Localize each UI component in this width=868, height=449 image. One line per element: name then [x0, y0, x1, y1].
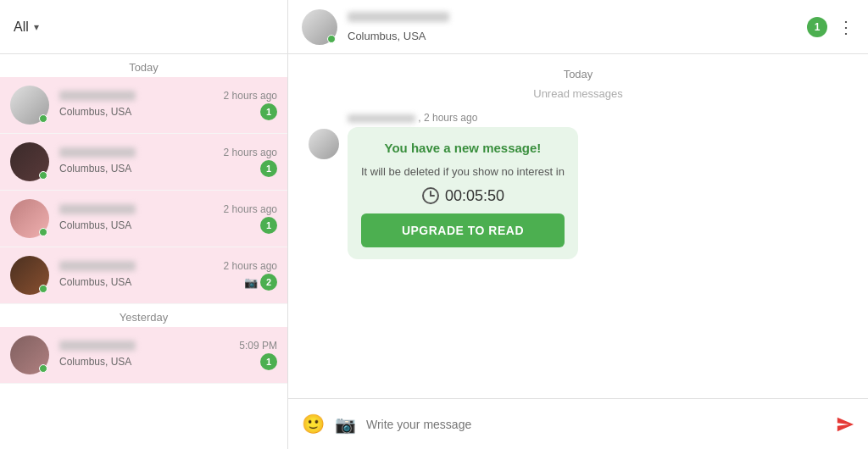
chat-header-location: Columbus, USA	[348, 30, 807, 42]
clock-icon	[421, 186, 440, 205]
unread-badge: 1	[260, 353, 277, 370]
conv-location: Columbus, USA	[59, 163, 131, 175]
section-today: Today	[0, 54, 287, 77]
conv-sub-row: Columbus, USA 1	[59, 160, 277, 177]
upgrade-to-read-button[interactable]: UPGRADE TO READ	[361, 213, 565, 247]
message-row: , 2 hours ago You have a new message! It…	[309, 112, 848, 259]
conv-time: 2 hours ago	[224, 147, 277, 158]
conv-time: 5:09 PM	[239, 340, 277, 352]
header-unread-badge: 1	[807, 17, 827, 37]
camera-input-icon[interactable]: 📷	[335, 414, 356, 435]
conv-name-row: 2 hours ago	[59, 147, 277, 158]
filter-dropdown-arrow[interactable]: ▾	[34, 21, 39, 33]
timer-value: 00:05:50	[445, 187, 504, 205]
avatar-wrap	[10, 142, 49, 181]
conv-name-blurred	[59, 261, 136, 271]
conv-sub-row: Columbus, USA 📷 2	[59, 274, 277, 291]
message-input[interactable]	[366, 418, 826, 431]
chat-input-area: 🙂 📷	[288, 398, 868, 449]
conv-location: Columbus, USA	[59, 106, 131, 118]
conv-name-blurred	[59, 341, 136, 351]
date-separator: Today	[309, 68, 848, 80]
conv-sub-row: Columbus, USA 1	[59, 103, 277, 120]
conv-location: Columbus, USA	[59, 276, 131, 288]
conv-time: 2 hours ago	[224, 90, 277, 102]
chat-header-avatar-wrap	[302, 9, 337, 45]
avatar-wrap	[10, 86, 49, 125]
bubble-title: You have a new message!	[361, 139, 565, 157]
conv-time: 2 hours ago	[224, 203, 277, 215]
unread-badge: 2	[260, 274, 277, 291]
online-indicator	[39, 114, 47, 123]
chat-header: Columbus, USA 1 ⋮	[288, 0, 868, 54]
chat-header-online-indicator	[327, 35, 336, 43]
section-yesterday: Yesterday	[0, 304, 287, 327]
message-sender-time: , 2 hours ago	[418, 112, 477, 124]
chat-header-name-blurred	[348, 12, 449, 22]
online-indicator	[39, 364, 47, 373]
conversation-info: 2 hours ago Columbus, USA 1	[59, 147, 277, 177]
conversation-info: 2 hours ago Columbus, USA 1	[59, 203, 277, 234]
send-button[interactable]	[836, 415, 854, 434]
conversation-info: 5:09 PM Columbus, USA 1	[59, 340, 277, 370]
conversation-item[interactable]: 5:09 PM Columbus, USA 1	[0, 327, 287, 384]
camera-icon: 📷	[244, 276, 258, 289]
conversation-item[interactable]: 2 hours ago Columbus, USA 1	[0, 77, 287, 134]
unread-separator: Unread messages	[309, 87, 848, 100]
emoji-icon[interactable]: 🙂	[302, 413, 325, 435]
conv-location: Columbus, USA	[59, 219, 131, 231]
message-sender-line: , 2 hours ago	[348, 112, 578, 124]
conv-sub-row: Columbus, USA 1	[59, 217, 277, 234]
unread-badge: 1	[260, 160, 277, 177]
conv-time: 2 hours ago	[224, 260, 277, 272]
online-indicator	[39, 171, 47, 180]
left-panel: All ▾ Today 2 hours ago Columbus, USA 1	[0, 0, 288, 449]
online-indicator	[39, 285, 47, 293]
conversation-info: 2 hours ago Columbus, USA 1	[59, 90, 277, 120]
conv-name-blurred	[59, 147, 136, 158]
send-icon	[836, 415, 854, 434]
chat-header-actions: 1 ⋮	[807, 17, 854, 37]
filter-label[interactable]: All	[14, 19, 29, 35]
message-bubble-wrap: , 2 hours ago You have a new message! It…	[348, 112, 578, 259]
avatar-wrap	[10, 256, 49, 295]
conversation-item[interactable]: 2 hours ago Columbus, USA 📷 2	[0, 247, 287, 304]
camera-badge-wrap: 📷 2	[244, 274, 277, 291]
chat-header-info: Columbus, USA	[348, 12, 807, 42]
conv-name-blurred	[59, 204, 136, 214]
avatar-wrap	[10, 199, 49, 238]
message-bubble: You have a new message! It will be delet…	[348, 127, 578, 259]
conv-name-blurred	[59, 91, 136, 101]
left-header: All ▾	[0, 0, 287, 54]
conversation-item[interactable]: 2 hours ago Columbus, USA 1	[0, 134, 287, 191]
online-indicator	[39, 228, 47, 236]
avatar-wrap	[10, 335, 49, 374]
conv-name-row: 2 hours ago	[59, 260, 277, 272]
conv-location: Columbus, USA	[59, 356, 131, 368]
conversation-info: 2 hours ago Columbus, USA 📷 2	[59, 260, 277, 291]
right-panel: Columbus, USA 1 ⋮ Today Unread messages …	[288, 0, 868, 449]
message-sender-avatar	[309, 129, 339, 159]
conv-name-row: 2 hours ago	[59, 203, 277, 215]
conv-name-row: 2 hours ago	[59, 90, 277, 102]
bubble-timer: 00:05:50	[361, 186, 565, 205]
conv-name-row: 5:09 PM	[59, 340, 277, 352]
conv-sub-row: Columbus, USA 1	[59, 353, 277, 370]
conversation-item[interactable]: 2 hours ago Columbus, USA 1	[0, 191, 287, 247]
message-sender-blurred	[348, 114, 415, 123]
conversation-list: Today 2 hours ago Columbus, USA 1	[0, 54, 287, 449]
unread-badge: 1	[260, 103, 277, 120]
unread-badge: 1	[260, 217, 277, 234]
more-options-icon[interactable]: ⋮	[837, 17, 854, 37]
bubble-subtitle: It will be deleted if you show no intere…	[361, 165, 565, 178]
chat-body: Today Unread messages , 2 hours ago You …	[288, 54, 868, 398]
